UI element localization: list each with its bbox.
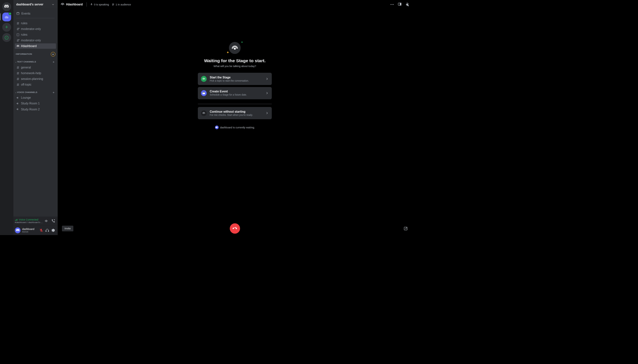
svg-point-26 (204, 79, 204, 80)
stage-icon (61, 2, 65, 6)
hash-icon (16, 66, 20, 69)
deafen-button[interactable] (44, 227, 50, 233)
topbar: #dashboard 0 is speaking 1 in audience (58, 0, 412, 9)
category-voice-channels[interactable]: ⌄ VOICE CHANNELS + (15, 88, 56, 95)
category-information[interactable]: › INFORMATION + (15, 49, 56, 57)
calendar-icon (16, 12, 20, 15)
voice-connected-status[interactable]: Voice Connected (15, 218, 43, 221)
svg-rect-8 (17, 219, 17, 221)
svg-rect-2 (19, 28, 20, 28)
show-chat-button[interactable] (397, 2, 402, 7)
user-panel: dashboard #2216 (13, 226, 58, 235)
svg-point-17 (112, 3, 113, 4)
svg-rect-12 (47, 220, 47, 222)
sparkle-icon: ✦ (226, 50, 229, 54)
continue-without-starting-card[interactable]: Continue without starting For mic checks… (198, 107, 271, 119)
channel-label: session-planning (21, 77, 43, 80)
card-title: Continue without starting (210, 110, 262, 113)
home-button[interactable] (2, 2, 11, 11)
channel-label: Study Room 2 (21, 108, 40, 111)
mute-button[interactable] (38, 227, 44, 233)
svg-rect-10 (46, 220, 46, 222)
svg-rect-23 (400, 3, 401, 5)
svg-rect-24 (408, 5, 409, 6)
audience-count: 1 in audience (112, 3, 131, 6)
svg-point-19 (391, 4, 391, 5)
calendar-icon (201, 90, 207, 96)
channel-label: moderator-only (21, 39, 41, 42)
channel-study-room-1[interactable]: Study Room 1 (15, 101, 56, 106)
more-button[interactable] (390, 2, 395, 7)
category-label: TEXT CHANNELS (17, 60, 36, 63)
noise-suppression-button[interactable] (43, 218, 49, 224)
speaker-icon (16, 102, 20, 105)
channel-title: #dashboard (61, 2, 83, 6)
hash-icon (16, 22, 20, 25)
popout-button[interactable] (404, 227, 408, 230)
disconnect-button[interactable] (50, 218, 56, 224)
svg-point-16 (62, 4, 63, 5)
events-label: Events (21, 12, 31, 15)
server-name: dashboard's server (16, 3, 43, 6)
svg-rect-9 (45, 221, 45, 221)
channel-study-room-2[interactable]: Study Room 2 (15, 106, 56, 112)
stage-icon (16, 45, 20, 48)
user-tag: #2216 (22, 230, 37, 233)
server-selected-indicator (0, 13, 0, 21)
channel-label: rules (21, 33, 27, 36)
channel-label: #dashboard (21, 45, 37, 48)
people-icon (112, 3, 114, 6)
stage-heading: Waiting for the Stage to start. (204, 58, 266, 63)
channel-moderator-only-2[interactable]: ▸ moderator-only (15, 38, 56, 43)
stage-icon (201, 110, 207, 116)
user-avatar[interactable] (15, 227, 21, 233)
speaking-count: 0 is speaking (90, 3, 109, 6)
hash-icon (16, 83, 20, 86)
stage-subheading: What will you be talking about today? (214, 65, 256, 68)
create-event-card[interactable]: Create Event Schedule a Stage for a futu… (198, 87, 271, 99)
channel-dashboard-stage[interactable]: #dashboard (15, 43, 56, 49)
channel-label: off-topic (21, 83, 32, 86)
mic-icon (90, 3, 93, 6)
channel-session-planning[interactable]: session-planning (15, 76, 56, 82)
channel-label: Study Room 1 (21, 102, 40, 105)
community-badge-icon (9, 12, 11, 15)
settings-button[interactable] (50, 227, 56, 233)
channel-general[interactable]: general (15, 65, 56, 70)
voice-channel-sub: #dashboard / dashboard's ... (15, 221, 43, 224)
chevron-down-icon: ⌄ (15, 91, 17, 94)
channel-lounge[interactable]: Lounge (15, 95, 56, 100)
card-sub: Pick a topic to start the conversation. (210, 79, 262, 82)
explore-button[interactable] (2, 33, 11, 42)
raise-hand-button[interactable] (405, 2, 409, 7)
server-icon[interactable]: ds (2, 13, 11, 21)
add-channel-button[interactable]: + (52, 90, 55, 94)
voice-status-panel: Voice Connected #dashboard / dashboard's… (13, 217, 58, 226)
waiting-avatar (215, 126, 219, 129)
add-channel-button[interactable]: + (52, 60, 55, 64)
speaker-icon (16, 108, 20, 111)
channel-rules-readonly[interactable]: rules (15, 32, 56, 37)
svg-rect-1 (17, 13, 19, 15)
hash-lock-icon (16, 39, 20, 42)
disconnect-call-button[interactable] (230, 223, 240, 234)
category-text-channels[interactable]: ⌄ TEXT CHANNELS + (15, 57, 56, 64)
invite-button[interactable]: Invite (62, 226, 73, 231)
chevron-right-icon (265, 111, 269, 115)
svg-point-20 (392, 4, 393, 5)
channel-rules[interactable]: rules (15, 21, 56, 26)
channel-list: Events rules ▸ moderator-only rules ▸ mo… (13, 9, 58, 217)
add-channel-button[interactable]: + (51, 52, 55, 56)
channel-off-topic[interactable]: off-topic (15, 82, 56, 87)
user-info[interactable]: dashboard #2216 (22, 228, 37, 233)
start-stage-card[interactable]: Start the Stage Pick a topic to start th… (198, 73, 271, 85)
channel-label: homework-help (21, 72, 41, 75)
waiting-text: dashboard is currently waiting. (220, 126, 255, 129)
server-header[interactable]: dashboard's server (13, 0, 58, 9)
channel-moderator-only[interactable]: ▸ moderator-only (15, 26, 56, 32)
add-server-button[interactable]: + (2, 23, 11, 32)
svg-rect-6 (15, 220, 16, 221)
channel-label: moderator-only (21, 27, 41, 31)
events-button[interactable]: Events (15, 10, 56, 17)
channel-homework-help[interactable]: homework-help (15, 70, 56, 76)
